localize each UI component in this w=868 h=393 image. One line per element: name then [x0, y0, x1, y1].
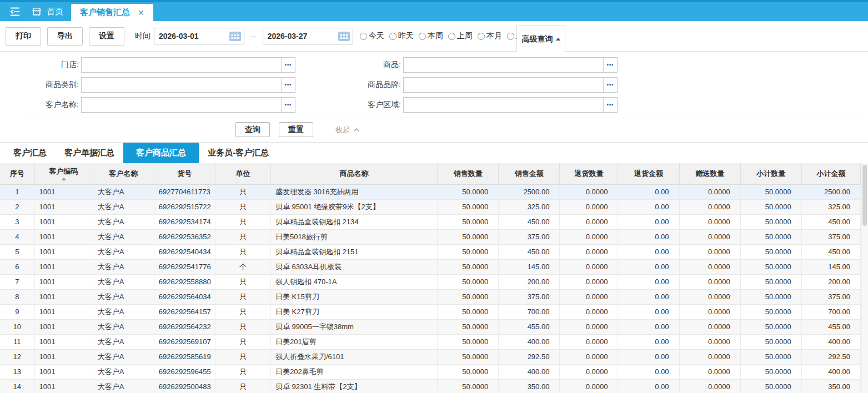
filter-input[interactable] [82, 78, 281, 92]
table-row[interactable]: 101001大客户A6926292564232只贝卓 99005一字锁38mm5… [0, 319, 861, 334]
table-cell: 0.00 [618, 334, 679, 349]
table-row[interactable]: 121001大客户A6926292585619只强人折叠水果刀/610150.0… [0, 349, 861, 364]
table-cell: 1001 [34, 184, 93, 199]
table-cell: 大客户A [93, 199, 154, 214]
filter-input[interactable] [82, 98, 281, 112]
table-cell: 只 [215, 274, 270, 289]
table-cell: 0.0000 [679, 319, 740, 334]
filter-input[interactable] [404, 78, 603, 92]
toolbar: 打印 导出 设置 时间 -- 今天昨天本周上周本月上月 高级查询 [0, 21, 868, 52]
quick-range-option[interactable]: 上周 [448, 31, 473, 41]
table-row[interactable]: 81001大客户A6926292564034只日美 K15剪刀50.000037… [0, 289, 861, 304]
table-cell: 50.0000 [740, 289, 801, 304]
table-cell: 400.00 [801, 364, 860, 379]
table-cell: 0.00 [618, 304, 679, 319]
table-cell: 0.00 [618, 214, 679, 229]
table-row[interactable]: 31001大客户A6926292534174只贝卓精品盒装钥匙扣 213450.… [0, 214, 861, 229]
close-tab-icon[interactable]: ✕ [138, 8, 144, 17]
table-row[interactable]: 141001大客户A6926292500483只贝卓 92301 生料带【2支】… [0, 379, 861, 393]
column-header[interactable]: 赠送数量 [679, 163, 740, 184]
column-header[interactable]: 单位 [215, 163, 270, 184]
table-row[interactable]: 51001大客户A6926292540434只贝卓精品盒装钥匙扣 215150.… [0, 244, 861, 259]
quick-range-option[interactable]: 本月 [478, 31, 502, 41]
collapse-panel-link[interactable]: 收起 [335, 125, 360, 135]
table-cell: 0.0000 [679, 334, 740, 349]
ellipsis-picker-button[interactable]: ••• [603, 58, 617, 72]
print-button[interactable]: 打印 [6, 27, 41, 46]
table-cell: 400.00 [499, 364, 560, 379]
filter-input[interactable] [82, 58, 281, 72]
table-row[interactable]: 71001大客户A6926292558880只强人钥匙扣 470-1A50.00… [0, 274, 861, 289]
table-cell: 1001 [34, 364, 93, 379]
column-header[interactable]: 销售金额 [499, 163, 560, 184]
quick-range-option[interactable]: 昨天 [389, 31, 414, 41]
column-header[interactable]: 货号 [154, 163, 215, 184]
radio-icon[interactable] [389, 33, 397, 40]
column-header[interactable]: 客户编码 [34, 163, 93, 184]
table-cell: 1001 [34, 274, 93, 289]
quick-range-option[interactable]: 本周 [419, 31, 443, 41]
calendar-icon[interactable] [338, 31, 350, 43]
column-header-inner: 销售数量 [438, 169, 498, 178]
radio-icon[interactable] [507, 33, 514, 40]
open-page-tab[interactable]: 客户销售汇总 ✕ [71, 4, 153, 21]
filter-input[interactable] [404, 98, 603, 112]
quick-range-option[interactable]: 今天 [360, 31, 384, 41]
column-header[interactable]: 销售数量 [438, 163, 499, 184]
table-row[interactable]: 21001大客户A6926292515722只贝卓 95001 绝缘胶带9米【2… [0, 199, 861, 214]
table-cell: 6927704611773 [154, 184, 215, 199]
table-cell: 0.00 [618, 199, 679, 214]
table-cell: 0.0000 [560, 274, 618, 289]
ellipsis-picker-button[interactable]: ••• [281, 78, 295, 92]
advanced-query-button[interactable]: 高级查询 [516, 26, 565, 52]
ellipsis-picker-button[interactable]: ••• [281, 58, 295, 72]
table-cell: 1001 [34, 319, 93, 334]
table-row[interactable]: 91001大客户A6926292564157只日美 K27剪刀50.000070… [0, 304, 861, 319]
date-to-field[interactable] [263, 28, 353, 44]
reset-button[interactable]: 重置 [279, 122, 313, 137]
table-cell: 2500.00 [801, 184, 860, 199]
collapse-sidebar-button[interactable] [8, 4, 22, 19]
column-header[interactable]: 退货数量 [560, 163, 618, 184]
radio-icon[interactable] [360, 33, 367, 40]
table-cell: 1001 [34, 334, 93, 349]
table-row[interactable]: 111001大客户A6926292569107只日美201眉剪50.000040… [0, 334, 861, 349]
table-cell: 强人折叠水果刀/6101 [270, 349, 437, 364]
table-row[interactable]: 131001大客户A6926292596455只日美202鼻毛剪50.00004… [0, 364, 861, 379]
scrollbar-thumb[interactable] [862, 165, 867, 226]
query-button[interactable]: 查询 [235, 122, 270, 137]
ellipsis-picker-button[interactable]: ••• [281, 98, 295, 112]
ellipsis-picker-button[interactable]: ••• [603, 78, 617, 92]
view-tab[interactable]: 客户汇总 [4, 143, 56, 163]
column-header[interactable]: 小计数量 [740, 163, 801, 184]
filter-input[interactable] [404, 58, 603, 72]
ellipsis-picker-button[interactable]: ••• [603, 98, 617, 112]
table-cell: 大客户A [93, 274, 154, 289]
vertical-scrollbar[interactable] [861, 163, 868, 393]
table-row[interactable]: 41001大客户A6926292536352只日美5018旅行剪50.00003… [0, 229, 861, 244]
column-header[interactable]: 商品名称 [270, 163, 437, 184]
table-cell: 贝卓 99005一字锁38mm [270, 319, 437, 334]
table-cell: 0.0000 [679, 184, 740, 199]
radio-icon[interactable] [448, 33, 455, 40]
table-row[interactable]: 11001大客户A6927704611773只盛发理发器 3016充插两用50.… [0, 184, 861, 199]
radio-icon[interactable] [478, 33, 485, 40]
radio-icon[interactable] [419, 33, 426, 40]
settings-button[interactable]: 设置 [89, 27, 124, 46]
column-header[interactable]: 序号 [0, 163, 34, 184]
calendar-icon[interactable] [229, 31, 241, 43]
export-button[interactable]: 导出 [47, 27, 83, 46]
column-header[interactable]: 退货金额 [618, 163, 679, 184]
nav-home[interactable]: 首页 [26, 2, 71, 21]
column-header[interactable]: 客户名称 [93, 163, 154, 184]
filter-field: 客户名称:••• [19, 97, 297, 113]
view-tab[interactable]: 客户商品汇总 [123, 143, 199, 163]
date-to-input[interactable] [263, 32, 334, 41]
view-tab[interactable]: 客户单据汇总 [56, 143, 123, 163]
date-from-field[interactable] [154, 28, 244, 44]
date-from-input[interactable] [154, 32, 225, 41]
quick-range-label: 本周 [428, 31, 443, 41]
view-tab[interactable]: 业务员-客户汇总 [199, 143, 278, 163]
table-row[interactable]: 61001大客户A6926292541776个贝卓 6303A耳扒板装50.00… [0, 259, 861, 274]
column-header[interactable]: 小计金额 [801, 163, 860, 184]
